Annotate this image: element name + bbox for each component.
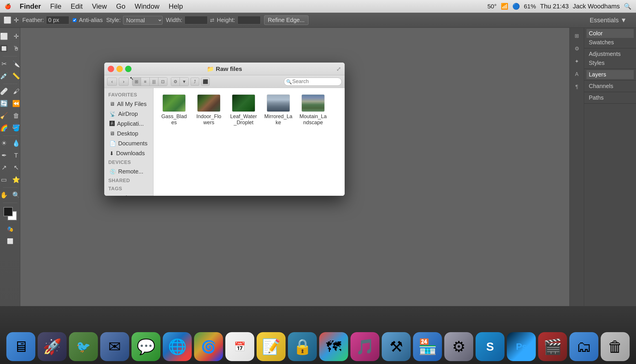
finder-action-button[interactable]: ⤴ <box>191 78 199 86</box>
width-input[interactable] <box>184 16 208 24</box>
finder-share-button[interactable]: ⬛ <box>201 78 210 86</box>
panel-icon-5[interactable]: ¶ <box>571 81 583 93</box>
finder-list-view-button[interactable]: ≡ <box>141 78 150 86</box>
move-tool-icon[interactable]: ✛ <box>14 17 19 24</box>
file-item-leaf-water-droplet[interactable]: Leaf_Water_Droplet <box>228 93 259 127</box>
panel-tab-channels[interactable]: Channels <box>586 82 634 91</box>
screen-mode[interactable]: ⬜ <box>4 235 16 247</box>
dock-item-photoshop[interactable]: Ps <box>507 332 536 361</box>
finder-search-icon: 🔍 <box>286 79 292 84</box>
dock-item-finder[interactable]: 🖥 <box>6 332 35 361</box>
dock-item-prefs[interactable]: ⚙ <box>444 332 473 361</box>
finder-back-button[interactable]: ‹ <box>107 78 117 86</box>
pen-tool[interactable]: ✒ <box>0 150 10 161</box>
sidebar-item-remote[interactable]: 💿 Remote... <box>105 167 152 176</box>
eraser-tool[interactable]: 🧹 <box>0 110 10 122</box>
menubar-search-icon[interactable]: 🔍 <box>624 3 631 10</box>
file-item-indoor-flowers[interactable]: Indoor_Flowers <box>193 93 225 127</box>
panel-icon-1[interactable]: ⊞ <box>571 30 583 42</box>
menu-finder[interactable]: Finder <box>18 2 43 11</box>
dock-item-video[interactable]: 🎬 <box>538 332 567 361</box>
dock-item-calendar[interactable]: 📅 <box>225 332 254 361</box>
window-close-button[interactable] <box>108 66 114 72</box>
style-select[interactable]: Normal Fixed Ratio Fixed Size <box>123 16 162 25</box>
dock-item-mail[interactable]: ✉ <box>100 332 129 361</box>
dodge-tool[interactable]: ☀ <box>0 138 10 149</box>
finder-column-view-button[interactable]: ||| <box>150 78 158 86</box>
panel-icon-4[interactable]: A <box>571 68 583 80</box>
dock-item-notes[interactable]: 📝 <box>257 332 286 361</box>
menu-go[interactable]: Go <box>114 2 127 11</box>
essentials-button[interactable]: Essentials ▼ <box>590 17 627 24</box>
refine-edge-button[interactable]: Refine Edge... <box>264 15 308 25</box>
anti-alias-checkbox[interactable] <box>73 18 76 22</box>
file-item-grass-blades[interactable]: Gass_Blades <box>158 93 190 127</box>
dock-item-rocket[interactable]: 🚀 <box>38 332 67 361</box>
layers-tab-label: Layers <box>589 71 606 78</box>
marquee-tool[interactable]: ⬜ <box>0 31 10 42</box>
dock-item-trash[interactable]: 🗑 <box>601 332 630 361</box>
file-item-mirrored-lake[interactable]: Mirrored_Lake <box>262 93 294 127</box>
menu-file[interactable]: File <box>48 2 63 11</box>
swap-icon[interactable]: ⇄ <box>210 17 214 23</box>
sidebar-item-airdrop[interactable]: 📡 AirDrop <box>105 109 152 119</box>
sidebar-item-documents[interactable]: 📄 Documents <box>105 139 152 148</box>
marquee-tool-icon[interactable]: ⬜ <box>3 17 11 24</box>
dock-item-skype[interactable]: S <box>476 332 505 361</box>
dock-item-bird[interactable]: 🐦 <box>69 332 98 361</box>
healing-brush-tool[interactable]: 🩹 <box>0 86 10 97</box>
file-name-leaf: Leaf_Water_Droplet <box>229 114 258 126</box>
path-selection-tool[interactable]: ↗ <box>0 162 10 173</box>
hand-tool[interactable]: ✋ <box>0 189 10 201</box>
height-input[interactable] <box>237 16 261 24</box>
panel-tab-adjustments[interactable]: Adjustments <box>586 50 634 58</box>
finder-arrange-button[interactable]: ⚙ <box>171 78 180 86</box>
sidebar-item-tag-red[interactable]: Red <box>105 193 152 196</box>
shape-tool[interactable]: ▭ <box>0 174 10 186</box>
sidebar-item-downloads[interactable]: ⬇ Downloads <box>105 149 152 158</box>
panel-tab-paths[interactable]: Paths <box>586 93 634 102</box>
color-swatches[interactable] <box>3 207 17 220</box>
panel-tab-swatches[interactable]: Swatches <box>586 38 634 47</box>
finder-icon-view-button[interactable]: ⊞ <box>132 78 141 86</box>
panel-icon-3[interactable]: ✦ <box>571 56 583 67</box>
eyedropper-tool[interactable]: 💉 <box>0 70 10 82</box>
clone-stamp-tool[interactable]: 🔄 <box>0 98 10 109</box>
sidebar-item-applications[interactable]: 🅰 Applicati... <box>105 119 152 129</box>
dock-item-vpn[interactable]: 🔒 <box>288 332 317 361</box>
finder-forward-button[interactable]: › <box>119 78 129 86</box>
window-minimize-button[interactable] <box>116 66 123 72</box>
feather-input[interactable] <box>46 16 69 24</box>
panel-icon-2[interactable]: ⚙ <box>571 43 583 54</box>
finder-arrange-arrow[interactable]: ▼ <box>180 78 189 86</box>
menu-window[interactable]: Window <box>133 2 161 11</box>
gradient-tool[interactable]: 🌈 <box>0 122 10 134</box>
dock-item-finder2[interactable]: 🗂 <box>569 332 598 361</box>
crop-tool[interactable]: ✂ <box>0 58 10 70</box>
quick-mask-mode[interactable]: 🎭 <box>4 223 16 235</box>
finder-search-input[interactable] <box>284 78 342 86</box>
foreground-color-swatch[interactable] <box>3 207 13 216</box>
dock-icon-rocket: 🚀 <box>38 332 67 361</box>
dock-item-appstore[interactable]: 🏪 <box>413 332 442 361</box>
lasso-tool[interactable]: 🔲 <box>0 43 10 54</box>
panel-tab-color[interactable]: Color <box>586 29 634 38</box>
menu-help[interactable]: Help <box>167 2 184 11</box>
sidebar-item-all-my-files[interactable]: 🖥 All My Files <box>105 99 152 109</box>
panel-tab-layers[interactable]: Layers <box>586 70 634 79</box>
dock-item-xcode[interactable]: ⚒ <box>382 332 411 361</box>
dock-item-maps[interactable]: 🗺 <box>319 332 348 361</box>
menu-edit[interactable]: Edit <box>69 2 84 11</box>
dock-item-itunes[interactable]: 🎵 <box>350 332 379 361</box>
finder-expand-button[interactable]: ⤢ <box>336 65 341 72</box>
panel-tab-styles[interactable]: Styles <box>586 58 634 67</box>
file-item-mountain-landscape[interactable]: Moutain_Landscape <box>297 93 329 127</box>
finder-flow-view-button[interactable]: ⊡ <box>158 78 167 86</box>
dock-item-messages[interactable]: 💬 <box>131 332 160 361</box>
apple-menu[interactable]: 🍎 <box>5 3 11 10</box>
dock-item-browser1[interactable]: 🌐 <box>163 332 192 361</box>
window-maximize-button[interactable] <box>125 66 131 72</box>
sidebar-item-desktop[interactable]: 🖥 Desktop <box>105 129 152 138</box>
menu-view[interactable]: View <box>90 2 109 11</box>
dock-item-chrome[interactable]: 🌀 <box>194 332 223 361</box>
